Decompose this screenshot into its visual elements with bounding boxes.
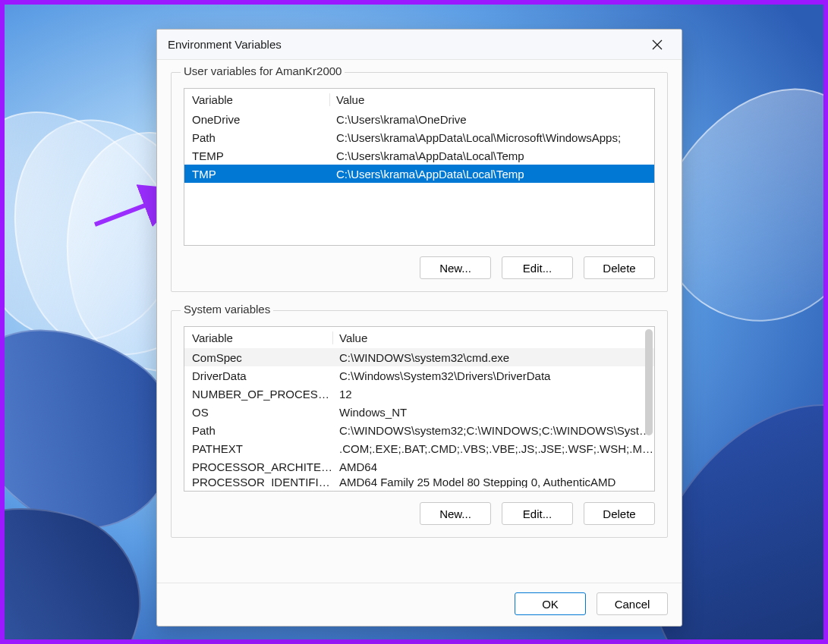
list-row[interactable]: OneDrive C:\Users\krama\OneDrive <box>184 110 654 128</box>
system-variables-group: System variables Variable Value ComSpec … <box>171 310 668 538</box>
cell-value: AMD64 <box>333 460 654 473</box>
close-button[interactable] <box>644 33 671 57</box>
cell-variable: TEMP <box>184 149 330 162</box>
list-row-selected[interactable]: TMP C:\Users\krama\AppData\Local\Temp <box>184 165 654 183</box>
cell-value: AMD64 Family 25 Model 80 Stepping 0, Aut… <box>333 476 654 488</box>
cell-variable: NUMBER_OF_PROCESSORS <box>184 388 333 401</box>
system-variables-listview[interactable]: Variable Value ComSpec C:\WINDOWS\system… <box>184 326 655 492</box>
cell-value: C:\WINDOWS\system32;C:\WINDOWS;C:\WINDOW… <box>333 424 654 437</box>
list-row[interactable]: OS Windows_NT <box>184 403 654 421</box>
cell-variable: DriverData <box>184 369 333 382</box>
list-row[interactable]: NUMBER_OF_PROCESSORS 12 <box>184 385 654 403</box>
list-row[interactable]: DriverData C:\Windows\System32\Drivers\D… <box>184 366 654 385</box>
user-variables-group: User variables for AmanKr2000 Variable V… <box>171 72 668 292</box>
cell-value: .COM;.EXE;.BAT;.CMD;.VBS;.VBE;.JS;.JSE;.… <box>333 442 654 455</box>
cell-value: 12 <box>333 388 654 401</box>
cell-value: C:\Users\krama\AppData\Local\Microsoft\W… <box>330 131 654 144</box>
cancel-button[interactable]: Cancel <box>597 592 668 615</box>
cell-value: C:\Users\krama\OneDrive <box>330 113 654 126</box>
window-title: Environment Variables <box>168 38 644 51</box>
user-new-button[interactable]: New... <box>420 256 491 279</box>
close-icon <box>652 39 663 50</box>
system-edit-button[interactable]: Edit... <box>502 502 573 525</box>
cell-value: C:\Windows\System32\Drivers\DriverData <box>333 369 654 382</box>
list-row[interactable]: TEMP C:\Users\krama\AppData\Local\Temp <box>184 146 654 165</box>
user-edit-button[interactable]: Edit... <box>502 256 573 279</box>
listview-header[interactable]: Variable Value <box>184 327 654 348</box>
column-header-variable[interactable]: Variable <box>184 331 333 344</box>
cell-value: C:\Users\krama\AppData\Local\Temp <box>330 168 654 181</box>
cell-variable: PATHEXT <box>184 442 333 455</box>
ok-button[interactable]: OK <box>515 592 586 615</box>
cell-variable: Path <box>184 131 330 144</box>
cell-variable: Path <box>184 424 333 437</box>
column-header-variable[interactable]: Variable <box>184 93 330 106</box>
cell-variable: TMP <box>184 168 330 181</box>
title-bar[interactable]: Environment Variables <box>157 30 682 60</box>
user-delete-button[interactable]: Delete <box>584 256 655 279</box>
listview-header[interactable]: Variable Value <box>184 89 654 110</box>
cell-variable: PROCESSOR_ARCHITECTU... <box>184 460 333 473</box>
column-header-value[interactable]: Value <box>330 93 654 106</box>
cell-variable: OneDrive <box>184 113 330 126</box>
list-row[interactable]: PATHEXT .COM;.EXE;.BAT;.CMD;.VBS;.VBE;.J… <box>184 439 654 457</box>
list-row[interactable]: ComSpec C:\WINDOWS\system32\cmd.exe <box>184 348 654 366</box>
environment-variables-dialog: Environment Variables User variables for… <box>156 29 682 627</box>
cell-value: C:\Users\krama\AppData\Local\Temp <box>330 149 654 162</box>
cell-value: Windows_NT <box>333 406 654 419</box>
list-row[interactable]: PROCESSOR_IDENTIFIER AMD64 Family 25 Mod… <box>184 476 654 488</box>
system-new-button[interactable]: New... <box>420 502 491 525</box>
cell-variable: PROCESSOR_IDENTIFIER <box>184 476 333 488</box>
user-variables-group-label: User variables for AmanKr2000 <box>181 64 345 77</box>
cell-variable: ComSpec <box>184 351 333 364</box>
list-row[interactable]: Path C:\WINDOWS\system32;C:\WINDOWS;C:\W… <box>184 421 654 439</box>
list-row[interactable]: PROCESSOR_ARCHITECTU... AMD64 <box>184 457 654 476</box>
cell-value: C:\WINDOWS\system32\cmd.exe <box>333 351 654 364</box>
column-header-value[interactable]: Value <box>333 331 654 344</box>
list-row[interactable]: Path C:\Users\krama\AppData\Local\Micros… <box>184 128 654 146</box>
user-variables-listview[interactable]: Variable Value OneDrive C:\Users\krama\O… <box>184 88 655 246</box>
cell-variable: OS <box>184 406 333 419</box>
system-delete-button[interactable]: Delete <box>584 502 655 525</box>
system-variables-group-label: System variables <box>181 303 273 316</box>
